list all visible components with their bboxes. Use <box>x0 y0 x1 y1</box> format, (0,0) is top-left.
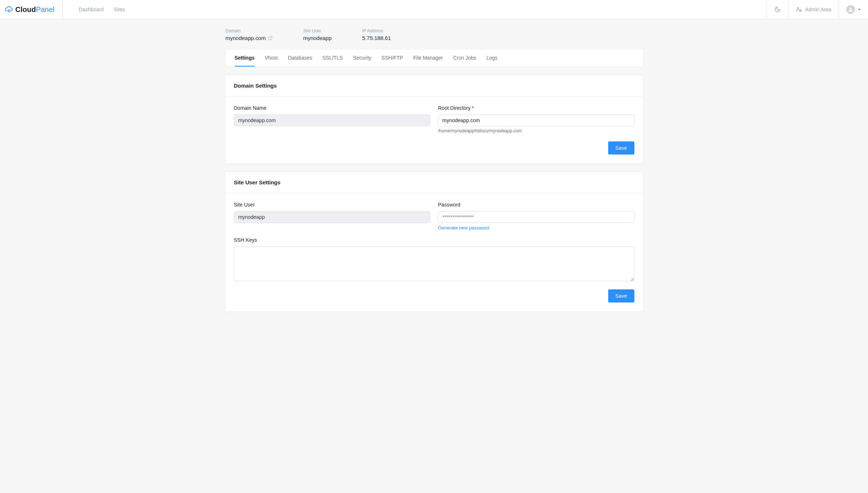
tab-databases[interactable]: Databases <box>288 49 312 67</box>
ssh-keys-textarea[interactable] <box>234 246 634 281</box>
root-directory-input[interactable] <box>438 115 634 126</box>
tab-vhost[interactable]: Vhost <box>265 49 278 67</box>
ip-label: IP Address <box>362 28 391 33</box>
tab-ssltls[interactable]: SSL/TLS <box>322 49 343 67</box>
site-header-siteuser: Site User mynodeapp <box>303 28 331 41</box>
domain-label: Domain <box>226 28 273 33</box>
brand-cell[interactable]: CloudPanel <box>0 0 63 19</box>
external-link-icon[interactable] <box>268 36 272 40</box>
moon-icon <box>774 6 781 13</box>
top-nav: Dashboard Sites <box>63 0 767 19</box>
site-user-input <box>234 211 430 223</box>
user-icon <box>848 7 853 12</box>
ssh-keys-field-label: SSH Keys <box>234 237 634 243</box>
site-header: Domain mynodeapp.com Site User mynodeapp… <box>225 28 643 49</box>
admin-area-link[interactable]: Admin Area <box>788 0 839 19</box>
cloud-icon <box>5 5 13 13</box>
domain-name-input <box>234 115 430 126</box>
tab-logs[interactable]: Logs <box>487 49 497 67</box>
domain-settings-title: Domain Settings <box>225 75 643 96</box>
site-tabs: Settings Vhost Databases SSL/TLS Securit… <box>225 49 643 67</box>
password-field-label: Password <box>438 202 634 208</box>
root-directory-help: /home/mynodeapp/htdocs/mynodeapp.com <box>438 128 634 133</box>
site-user-settings-title: Site User Settings <box>225 172 643 193</box>
site-header-domain: Domain mynodeapp.com <box>226 28 273 41</box>
site-user-settings-card: Site User Settings Site User Password Ge… <box>225 172 643 312</box>
main-content: Domain mynodeapp.com Site User mynodeapp… <box>225 19 643 326</box>
tab-file-manager[interactable]: File Manager <box>413 49 443 67</box>
svg-point-0 <box>8 10 10 12</box>
domain-save-button[interactable]: Save <box>608 141 634 155</box>
user-menu[interactable] <box>839 0 868 19</box>
brand-name-right: Panel <box>36 5 54 13</box>
nav-dashboard[interactable]: Dashboard <box>79 7 104 12</box>
siteuser-value: mynodeapp <box>303 35 331 41</box>
generate-password-link[interactable]: Generate new password <box>438 225 634 231</box>
site-header-ip: IP Address 5.75.188.61 <box>362 28 391 41</box>
siteuser-save-button[interactable]: Save <box>608 289 634 302</box>
tab-sshftp[interactable]: SSH/FTP <box>381 49 403 67</box>
root-directory-field-label: Root Directory * <box>438 105 634 111</box>
topbar-right: Admin Area <box>767 0 868 19</box>
ip-value: 5.75.188.61 <box>362 35 391 41</box>
admin-area-label: Admin Area <box>805 7 831 12</box>
users-gear-icon <box>796 6 802 13</box>
nav-sites[interactable]: Sites <box>114 7 125 12</box>
siteuser-label: Site User <box>303 28 331 33</box>
svg-point-3 <box>849 8 851 9</box>
tab-cron-jobs[interactable]: Cron Jobs <box>453 49 476 67</box>
tab-security[interactable]: Security <box>353 49 372 67</box>
svg-point-2 <box>799 10 801 12</box>
password-input[interactable] <box>438 211 634 223</box>
domain-value[interactable]: mynodeapp.com <box>226 35 266 41</box>
domain-name-field-label: Domain Name <box>234 105 430 111</box>
avatar <box>846 5 855 14</box>
topbar: CloudPanel Dashboard Sites Admin Area <box>0 0 868 19</box>
tab-settings[interactable]: Settings <box>235 49 255 67</box>
chevron-down-icon <box>858 9 861 11</box>
dark-mode-toggle[interactable] <box>767 0 788 19</box>
domain-settings-card: Domain Settings Domain Name Root Directo… <box>225 75 643 164</box>
site-user-field-label: Site User <box>234 202 430 208</box>
svg-point-1 <box>797 8 799 9</box>
brand-name-left: Cloud <box>15 5 36 13</box>
brand-logo: CloudPanel <box>5 5 54 14</box>
